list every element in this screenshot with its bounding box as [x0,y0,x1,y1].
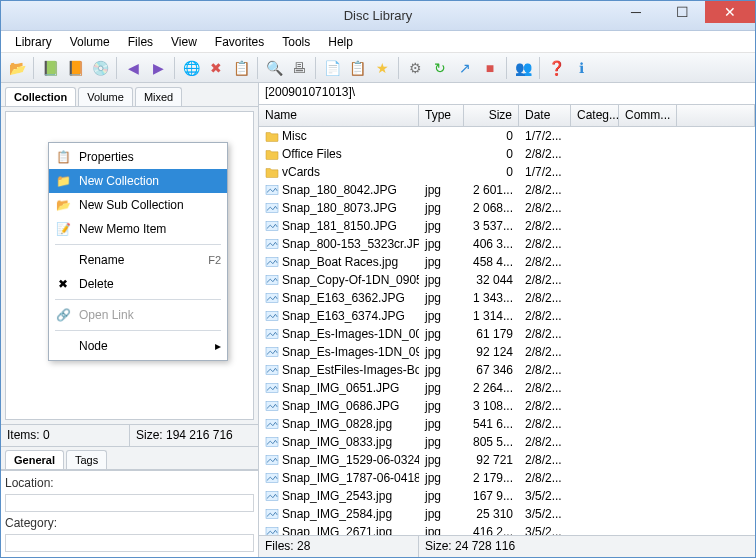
copy-icon[interactable]: 📄 [320,56,344,80]
file-row[interactable]: Snap_180_8073.JPGjpg2 068...2/8/2... [259,199,755,217]
file-date: 2/8/2... [519,290,571,306]
menu-favorites[interactable]: Favorites [207,33,272,51]
new-collection-icon[interactable]: 📙 [63,56,87,80]
file-row[interactable]: Snap_E163_6374.JPGjpg1 314...2/8/2... [259,307,755,325]
category-field[interactable] [5,534,254,552]
refresh-icon[interactable]: ↻ [428,56,452,80]
file-row[interactable]: vCards01/7/2... [259,163,755,181]
file-type [419,153,464,155]
file-row[interactable]: Office Files02/8/2... [259,145,755,163]
ctx-rename[interactable]: RenameF2 [49,248,227,272]
minimize-button[interactable]: ─ [613,1,659,23]
file-type: jpg [419,272,464,288]
col-date[interactable]: Date [519,105,571,126]
file-type: jpg [419,344,464,360]
col-name[interactable]: Name [259,105,419,126]
file-row[interactable]: Snap_Es-Images-1DN_0023-...jpg61 1792/8/… [259,325,755,343]
file-row[interactable]: Snap_IMG_2584.jpgjpg25 3103/5/2... [259,505,755,523]
properties-icon[interactable]: 📋 [229,56,253,80]
gear-icon[interactable]: ⚙ [403,56,427,80]
new-volume-icon[interactable]: 📗 [38,56,62,80]
help-icon[interactable]: ❓ [544,56,568,80]
ctx-new-memo-item[interactable]: 📝New Memo Item [49,217,227,241]
tab-mixed[interactable]: Mixed [135,87,182,106]
image-icon [265,292,279,304]
file-row[interactable]: Snap_IMG_1787-06-0418.JPGjpg2 179...2/8/… [259,469,755,487]
favorite-icon[interactable]: ★ [370,56,394,80]
prop-tab-tags[interactable]: Tags [66,450,107,469]
delete-icon[interactable]: ✖ [204,56,228,80]
globe-icon[interactable]: 🌐 [179,56,203,80]
file-type: jpg [419,200,464,216]
menu-help[interactable]: Help [320,33,361,51]
file-name: Snap_IMG_1529-06-0324.JPG [282,453,419,467]
file-row[interactable]: Snap_IMG_0833.jpgjpg805 5...2/8/2... [259,433,755,451]
file-row[interactable]: Snap_181_8150.JPGjpg3 537...2/8/2... [259,217,755,235]
file-size: 67 346 [464,362,519,378]
export-icon[interactable]: ↗ [453,56,477,80]
menu-files[interactable]: Files [120,33,161,51]
menu-view[interactable]: View [163,33,205,51]
file-row[interactable]: Snap_IMG_2671.jpgjpg416 2...3/5/2... [259,523,755,535]
file-row[interactable]: Snap_Copy-Of-1DN_0905-06...jpg32 0442/8/… [259,271,755,289]
file-row[interactable]: Misc01/7/2... [259,127,755,145]
file-row[interactable]: Snap_Boat Races.jpgjpg458 4...2/8/2... [259,253,755,271]
file-date: 2/8/2... [519,452,571,468]
disc-icon[interactable]: 💿 [88,56,112,80]
search-icon[interactable]: 🔍 [262,56,286,80]
print-icon[interactable]: 🖶 [287,56,311,80]
file-row[interactable]: Snap_IMG_2543.jpgjpg167 9...3/5/2... [259,487,755,505]
col-comm[interactable]: Comm... [619,105,677,126]
ctx-node[interactable]: Node▸ [49,334,227,358]
location-field[interactable] [5,494,254,512]
location-row: Location: [5,473,254,493]
ctx-new-sub-collection[interactable]: 📂New Sub Collection [49,193,227,217]
file-date: 2/8/2... [519,362,571,378]
file-row[interactable]: Snap_800-153_5323cr.JPGjpg406 3...2/8/2.… [259,235,755,253]
users-icon[interactable]: 👥 [511,56,535,80]
file-size: 92 124 [464,344,519,360]
back-icon[interactable]: ◀ [121,56,145,80]
ctx-new-collection[interactable]: 📁New Collection [49,169,227,193]
file-type: jpg [419,488,464,504]
ctx-properties[interactable]: 📋Properties [49,145,227,169]
file-row[interactable]: Snap_EstFiles-Images-Boat R...jpg67 3462… [259,361,755,379]
file-type: jpg [419,308,464,324]
file-row[interactable]: Snap_IMG_0651.JPGjpg2 264...2/8/2... [259,379,755,397]
file-list[interactable]: Misc01/7/2...Office Files02/8/2...vCards… [259,127,755,535]
menu-library[interactable]: Library [7,33,60,51]
ctx-delete[interactable]: ✖Delete [49,272,227,296]
tab-collection[interactable]: Collection [5,87,76,106]
col-size[interactable]: Size [464,105,519,126]
file-size: 2 601... [464,182,519,198]
stop-icon[interactable]: ■ [478,56,502,80]
category-value-row [5,533,254,553]
folder-icon [265,130,279,142]
file-name: vCards [282,165,320,179]
menu-volume[interactable]: Volume [62,33,118,51]
paste-icon[interactable]: 📋 [345,56,369,80]
collection-tree[interactable]: SnapFiles 📋Properties📁New Collection📂New… [5,111,254,420]
file-date: 3/5/2... [519,506,571,522]
forward-icon[interactable]: ▶ [146,56,170,80]
newmemo-icon: 📝 [55,221,71,237]
folder-open-icon[interactable]: 📂 [5,56,29,80]
col-categ[interactable]: Categ... [571,105,619,126]
maximize-button[interactable]: ☐ [659,1,705,23]
col-type[interactable]: Type [419,105,464,126]
file-row[interactable]: Snap_IMG_0686.JPGjpg3 108...2/8/2... [259,397,755,415]
file-name: Snap_Boat Races.jpg [282,255,398,269]
file-row[interactable]: Snap_180_8042.JPGjpg2 601...2/8/2... [259,181,755,199]
file-date: 3/5/2... [519,524,571,535]
about-icon[interactable]: ℹ [569,56,593,80]
image-icon [265,220,279,232]
file-size: 1 314... [464,308,519,324]
tab-volume[interactable]: Volume [78,87,133,106]
file-row[interactable]: Snap_Es-Images-1DN_0905-...jpg92 1242/8/… [259,343,755,361]
file-row[interactable]: Snap_E163_6362.JPGjpg1 343...2/8/2... [259,289,755,307]
prop-tab-general[interactable]: General [5,450,64,469]
file-row[interactable]: Snap_IMG_0828.jpgjpg541 6...2/8/2... [259,415,755,433]
close-button[interactable]: ✕ [705,1,755,23]
menu-tools[interactable]: Tools [274,33,318,51]
file-row[interactable]: Snap_IMG_1529-06-0324.JPGjpg92 7212/8/2.… [259,451,755,469]
